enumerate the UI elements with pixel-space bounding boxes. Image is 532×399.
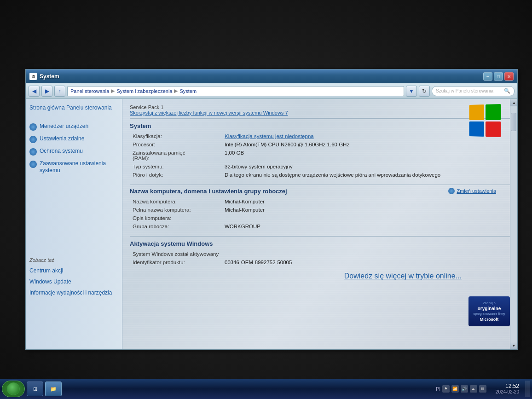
table-row: Typ systemu: 32-bitowy system operacyjny (130, 162, 510, 171)
title-bar-left: 🖥 System (29, 73, 59, 80)
field-label: Klasyfikacja: (130, 132, 222, 140)
table-row: Nazwa komputera: Michał-Komputer (130, 197, 510, 206)
field-value: Intel(R) Atom(TM) CPU N2600 @ 1.60GHz 1.… (222, 140, 510, 149)
sidebar-remote-label: Ustawienia zdalne (40, 135, 84, 143)
dropdown-button[interactable]: ▼ (406, 86, 417, 97)
taskbar-right: Pl ⚑ 📶 🔊 ⏶ 🖥 12:52 2024-02-20 (433, 381, 530, 397)
field-label: Opis komputera: (130, 214, 222, 222)
tray-icons: Pl ⚑ 📶 🔊 ⏶ 🖥 (433, 385, 489, 393)
windows-logo-quad (469, 104, 501, 137)
scroll-thumb[interactable] (511, 113, 516, 131)
refresh-button[interactable]: ↻ (419, 86, 430, 97)
field-label: Zainstalowana pamięć(RAM): (130, 149, 222, 162)
tray-icon-display[interactable]: 🖥 (479, 385, 486, 393)
activation-status: System Windows został aktywowany (130, 250, 510, 258)
clock-time: 12:52 (496, 383, 519, 389)
language-indicator: Pl (436, 386, 440, 392)
sidebar: Strona główna Panelu sterowania Menedżer… (26, 99, 122, 349)
sidebar-item-windows-update[interactable]: Windows Update (29, 278, 118, 286)
activation-table: System Windows został aktywowany Identyf… (130, 250, 510, 266)
sidebar-item-performance[interactable]: Informacje wydajności i narzędzia (29, 289, 118, 298)
field-label: Pióro i dotyk: (130, 171, 222, 179)
upgrade-link[interactable]: Skorzystaj z większej liczby funkcji w n… (130, 110, 510, 116)
taskbar-item-explorer[interactable]: 📁 (45, 382, 62, 396)
show-desktop-button[interactable] (526, 381, 530, 397)
field-value: Klasyfikacja systemu jest niedostępna (222, 132, 510, 140)
forward-button[interactable]: ▶ (41, 86, 52, 97)
system-info-table: Klasyfikacja: Klasyfikacja systemu jest … (130, 132, 510, 179)
field-label: Grupa robocza: (130, 222, 222, 231)
see-also-label: Zobacz też (29, 254, 118, 264)
sidebar-item-remote-settings[interactable]: Ustawienia zdalne (29, 134, 118, 144)
tray-icon-network[interactable]: 📶 (451, 385, 459, 393)
tray-icon-flag[interactable]: ⚑ (442, 385, 450, 393)
desktop-icon: ⊞ (33, 386, 37, 392)
computer-section-header: Nazwa komputera, domena i ustawienia gru… (130, 188, 510, 195)
search-box[interactable]: Szukaj w Panelu sterowania 🔍 (432, 86, 515, 96)
scroll-track[interactable]: ▲ ▼ (510, 99, 517, 349)
up-button[interactable]: ↑ (54, 86, 65, 97)
search-icon: 🔍 (504, 88, 510, 94)
genuine-logo: Zadbaj o oryginalne oprogramowanie firmy… (468, 296, 510, 326)
logo-green (485, 104, 501, 120)
computer-section-title: Nazwa komputera, domena i ustawienia gru… (130, 188, 287, 195)
start-orb (7, 382, 20, 395)
start-button[interactable] (2, 381, 25, 397)
sidebar-item-home[interactable]: Strona główna Panelu sterowania (29, 104, 118, 113)
clock[interactable]: 12:52 2024-02-20 (492, 383, 523, 395)
sidebar-advanced-label: Zaawansowane ustawienia systemu (40, 160, 118, 174)
service-pack-text: Service Pack 1 (130, 104, 510, 110)
maximize-button[interactable]: □ (494, 72, 503, 81)
table-row: Opis komputera: (130, 214, 510, 222)
sidebar-item-advanced-settings[interactable]: Zaawansowane ustawienia systemu (29, 159, 118, 175)
address-path[interactable]: Panel sterowania ▶ System i zabezpieczen… (67, 86, 404, 96)
back-button[interactable]: ◀ (29, 86, 40, 97)
rating-link[interactable]: Klasyfikacja systemu jest niedostępna (225, 133, 314, 139)
remote-settings-icon (29, 136, 37, 143)
table-row: System Windows został aktywowany (130, 250, 510, 258)
change-settings-button[interactable]: Zmień ustawienia (448, 188, 496, 194)
search-placeholder: Szukaj w Panelu sterowania (436, 88, 493, 93)
sidebar-empty-space (29, 178, 118, 252)
taskbar: ⊞ 📁 Pl ⚑ 📶 🔊 ⏶ 🖥 12:52 2024-02-20 (0, 379, 532, 399)
windows-logo (468, 104, 510, 146)
system-section-title: System (130, 122, 510, 129)
genuine-text-3: oprogramowanie firmy (473, 312, 505, 316)
sidebar-item-system-protection[interactable]: Ochrona systemu (29, 147, 118, 156)
scroll-down-arrow[interactable]: ▼ (510, 342, 517, 349)
computer-info-table: Nazwa komputera: Michał-Komputer Pełna n… (130, 197, 510, 231)
sidebar-item-action-center[interactable]: Centrum akcji (29, 266, 118, 275)
field-value: WORKGROUP (222, 222, 510, 231)
sidebar-protection-label: Ochrona systemu (40, 148, 83, 155)
logo-red (485, 121, 501, 138)
content-area: Strona główna Panelu sterowania Menedżer… (26, 99, 517, 349)
minimize-button[interactable]: − (483, 72, 492, 81)
sidebar-item-device-manager[interactable]: Menedżer urządzeń (29, 122, 118, 132)
path-sep-2: ▶ (174, 88, 178, 94)
sidebar-home-label: Strona główna Panelu sterowania (29, 104, 112, 112)
tray-icon-volume[interactable]: 🔊 (461, 385, 468, 393)
title-bar-buttons: − □ ✕ (483, 72, 514, 81)
explorer-icon: 📁 (50, 386, 57, 392)
close-button[interactable]: ✕ (504, 72, 514, 81)
field-value: Dla tego ekranu nie są dostępne urządzen… (222, 171, 510, 179)
product-id-label: Identyfikator produktu: (130, 258, 222, 266)
more-info-link[interactable]: Dowiedz się więcej w trybie online... (344, 272, 462, 280)
main-content: Service Pack 1 Skorzystaj z większej lic… (122, 99, 517, 349)
field-value: Michał-Komputer (222, 206, 510, 214)
scroll-up-arrow[interactable]: ▲ (510, 99, 517, 106)
activation-section-title: Aktywacja systemu Windows (130, 240, 510, 247)
field-value: Michał-Komputer (222, 197, 510, 206)
change-settings-label: Zmień ustawienia (457, 188, 496, 194)
genuine-text-2: oryginalne (478, 306, 501, 312)
field-label: Pełna nazwa komputera: (130, 206, 222, 214)
more-info-container: Dowiedz się więcej w trybie online... (130, 272, 462, 280)
table-row: Pełna nazwa komputera: Michał-Komputer (130, 206, 510, 214)
product-id-value: 00346-OEM-8992752-50005 (222, 258, 510, 266)
taskbar-item-desktop[interactable]: ⊞ (27, 382, 43, 396)
tray-icon-power[interactable]: ⏶ (470, 385, 477, 393)
service-pack-notice: Service Pack 1 Skorzystaj z większej lic… (130, 104, 510, 116)
system-protection-icon (29, 148, 37, 156)
table-row: Grupa robocza: WORKGROUP (130, 222, 510, 231)
table-row: Identyfikator produktu: 00346-OEM-899275… (130, 258, 510, 266)
